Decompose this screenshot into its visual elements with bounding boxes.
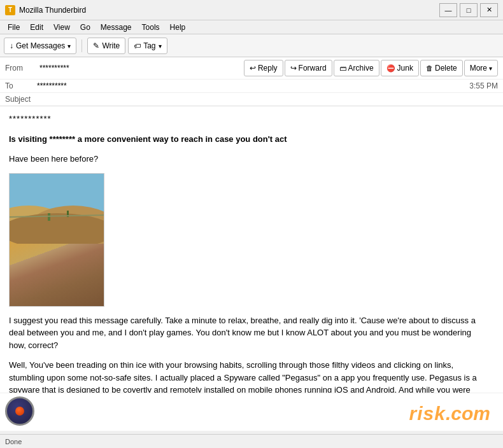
- app-icon: T: [5, 5, 15, 15]
- magnifier-dot: [15, 407, 24, 416]
- get-messages-icon: [10, 41, 13, 50]
- from-value: **********: [39, 64, 69, 73]
- status-text: Done: [5, 438, 22, 445]
- watermark-com: com: [451, 403, 490, 424]
- action-buttons: Reply Forward Archive Junk Delete More: [244, 60, 498, 76]
- reply-button[interactable]: Reply: [244, 60, 283, 76]
- forward-button[interactable]: Forward: [285, 60, 332, 76]
- more-button[interactable]: More: [464, 60, 498, 76]
- svg-point-3: [10, 213, 104, 244]
- email-time: 3:55 PM: [469, 81, 498, 90]
- get-messages-dropdown-icon: [67, 41, 71, 50]
- menu-message[interactable]: Message: [96, 22, 137, 33]
- junk-icon: [386, 64, 395, 73]
- magnifier-circle: [5, 396, 34, 426]
- delete-button[interactable]: Delete: [420, 60, 463, 76]
- menu-view[interactable]: View: [48, 22, 75, 33]
- subject-row: Subject: [0, 93, 503, 106]
- title-bar: T Mozilla Thunderbird — □ ✕: [0, 0, 503, 20]
- email-actions-row: From ********** Reply Forward Archive Ju…: [0, 57, 503, 80]
- watermark-container: risk . com: [409, 403, 490, 424]
- tag-icon: [134, 41, 141, 50]
- menu-bar: File Edit View Go Message Tools Help: [0, 20, 503, 34]
- email-header: From ********** Reply Forward Archive Ju…: [0, 57, 503, 106]
- from-label: From: [5, 64, 37, 73]
- forward-icon: [290, 64, 297, 73]
- reply-icon: [250, 64, 256, 73]
- email-body-container[interactable]: *********** Is visiting ******** a more …: [0, 106, 503, 393]
- subject-label: Subject: [5, 95, 31, 104]
- menu-tools[interactable]: Tools: [137, 22, 165, 33]
- email-body: *********** Is visiting ******** a more …: [9, 113, 480, 393]
- toolbar-separator-1: [81, 39, 82, 52]
- close-button[interactable]: ✕: [480, 3, 498, 17]
- title-bar-title: Mozilla Thunderbird: [19, 6, 439, 15]
- toolbar: Get Messages Write Tag: [0, 34, 503, 57]
- get-messages-button[interactable]: Get Messages: [4, 38, 76, 54]
- email-stars: ***********: [9, 113, 480, 125]
- archive-button[interactable]: Archive: [334, 60, 379, 76]
- svg-rect-4: [48, 213, 50, 221]
- to-field-row: To ********** 3:55 PM: [0, 80, 503, 93]
- maximize-button[interactable]: □: [460, 3, 478, 17]
- watermark-dot-text: .: [446, 403, 451, 424]
- status-bar: Done: [0, 434, 503, 448]
- email-para1: I suggest you read this message carefull…: [9, 314, 480, 352]
- delete-icon: [426, 64, 433, 73]
- landscape-svg: [10, 174, 104, 244]
- email-line1: Have been here before?: [9, 153, 480, 165]
- watermark-risk: risk: [409, 403, 446, 424]
- tag-button[interactable]: Tag: [128, 38, 167, 54]
- email-image: [9, 173, 104, 307]
- write-button[interactable]: Write: [87, 38, 125, 54]
- menu-help[interactable]: Help: [165, 22, 191, 33]
- tag-dropdown-icon: [159, 41, 162, 50]
- watermark-area: risk . com: [0, 393, 503, 431]
- archive-icon: [339, 64, 346, 73]
- junk-button[interactable]: Junk: [381, 60, 419, 76]
- email-subject-line: Is visiting ******** a more convenient w…: [9, 133, 480, 146]
- menu-file[interactable]: File: [3, 22, 25, 33]
- to-value: **********: [37, 81, 469, 90]
- to-label: To: [5, 81, 37, 90]
- minimize-button[interactable]: —: [439, 3, 457, 17]
- email-para2: Well, You've been treading on thin ice w…: [9, 359, 480, 393]
- more-dropdown-icon: [489, 64, 492, 73]
- menu-edit[interactable]: Edit: [25, 22, 48, 33]
- menu-go[interactable]: Go: [75, 22, 96, 33]
- window-controls: — □ ✕: [439, 3, 498, 17]
- write-icon: [93, 41, 99, 50]
